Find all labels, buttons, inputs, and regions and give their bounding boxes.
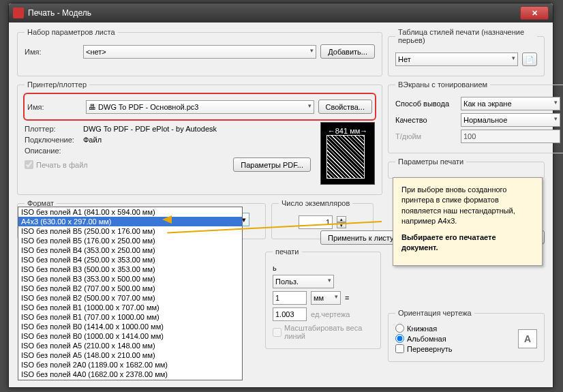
printer-group: Принтер/плоттер Имя: 🖶 DWG To PDF - Осно… [17,80,382,195]
format-option[interactable]: ISO без полей B4 (353.00 x 250.00 мм) [18,245,242,255]
dpi-input [461,130,560,143]
format-option[interactable]: ISO без полей A1 (841.00 x 594.00 мм) [18,207,242,217]
plot-area-group: печати ь Польз. мм= ед.чертежа Масштабир… [265,247,381,349]
desc-label: Описание: [25,147,79,155]
format-dropdown-list[interactable]: ISO без полей A1 (841.00 x 594.00 мм) A4… [18,207,243,380]
orientation-icon: A [518,329,537,348]
scale-num-input[interactable] [273,291,307,305]
plotter-label: Плоттер: [25,125,79,133]
plotter-value: DWG To PDF - PDF ePlot - by Autodesk [83,125,217,133]
shaded-legend: ВЭкраны с тонированием [395,80,490,89]
print-params-group: Параметры печати [388,157,545,179]
plot-style-edit-button[interactable]: 📄 [522,52,537,66]
plot-to-file-checkbox [25,160,33,169]
upside-checkbox[interactable] [395,344,404,353]
callout-note: При выборе вновь созданного принтера в с… [393,177,543,266]
printer-name-label: Имя: [27,103,82,111]
scale-preset-select[interactable]: Польз. [273,275,334,288]
printer-legend: Принтер/плоттер [25,80,89,89]
format-option[interactable]: ISO без полей B2 (500.00 x 707.00 мм) [18,293,242,303]
copies-legend: Число экземпляров [279,199,352,207]
print-params-legend: Параметры печати [395,157,466,166]
apply-to-layout-button[interactable]: Применить к листу [320,230,401,245]
plot-style-group: Таблица стилей печати (назначение перьев… [388,28,545,76]
titlebar: Печать - Модель ✕ [9,3,553,22]
window-title: Печать - Модель [28,8,520,18]
copies-input[interactable] [299,215,333,229]
shade-mode-select[interactable]: Как на экране [461,97,560,110]
dpi-label: Т/дюйм [395,132,457,140]
format-option[interactable]: ISO без полей B1 (1000.00 x 707.00 мм) [18,303,242,312]
pdf-params-button[interactable]: Параметры PDF... [233,157,311,172]
quality-select[interactable]: Нормальное [461,113,560,127]
portrait-radio[interactable] [395,324,404,333]
add-page-setup-button[interactable]: Добавить... [320,44,375,59]
printer-highlight: Имя: 🖶 DWG To PDF - Основной.pc3 Свойств… [23,93,376,121]
landscape-radio[interactable] [395,334,404,343]
format-option[interactable]: ISO без полей 2A0 (1189.00 x 1682.00 мм) [18,360,242,370]
quality-label: Качество [395,116,457,124]
shade-mode-label: Способ вывода [395,100,457,108]
page-setup-name-label: Имя: [25,48,79,56]
close-button[interactable]: ✕ [520,6,549,20]
page-setup-group: Набор параметров листа Имя: <нет> Добави… [17,28,382,76]
format-option-highlighted[interactable]: A4x3 (630.00 x 297.00 мм) [18,217,242,226]
port-label: Подключение: [25,136,79,144]
format-option[interactable]: ISO без полей A4 (297.00 x 210.00 мм) [18,379,242,380]
orientation-group: Ориентация чертежа Книжная Альбомная Пер… [388,309,545,362]
format-option[interactable]: ISO без полей B0 (1000.00 x 1414.00 мм) [18,331,242,341]
page-setup-name-select[interactable]: <нет> [83,45,316,59]
shaded-viewport-group: ВЭкраны с тонированием Способ выводаКак … [388,80,563,153]
scale-unit-select[interactable]: мм [311,291,341,305]
printer-name-select[interactable]: 🖶 DWG To PDF - Основной.pc3 [86,100,314,114]
orientation-legend: Ориентация чертежа [395,309,474,317]
port-value: Файл [83,136,102,144]
format-option[interactable]: ISO без полей B2 (707.00 x 500.00 мм) [18,284,242,293]
plot-to-file-label: Печать в файл [36,161,88,169]
format-option[interactable]: ISO без полей B3 (500.00 x 353.00 мм) [18,265,242,274]
format-option[interactable]: ISO без полей B4 (250.00 x 353.00 мм) [18,255,242,265]
app-icon [13,7,24,18]
format-option[interactable]: ISO без полей A5 (148.00 x 210.00 мм) [18,350,242,360]
format-option[interactable]: ISO без полей 4A0 (1682.00 x 2378.00 мм) [18,370,242,379]
format-option[interactable]: ISO без полей B5 (176.00 x 250.00 мм) [18,236,242,245]
format-option[interactable]: ISO без полей A5 (210.00 x 148.00 мм) [18,341,242,350]
page-setup-legend: Набор параметров листа [25,28,118,36]
format-option[interactable]: ISO без полей B1 (707.00 x 1000.00 мм) [18,312,242,322]
scale-weights-checkbox [273,328,282,337]
plot-style-legend: Таблица стилей печати (назначение перьев… [395,28,537,44]
format-option[interactable]: ISO без полей B0 (1414.00 x 1000.00 мм) [18,322,242,331]
printer-properties-button[interactable]: Свойства... [318,100,372,114]
paper-preview: ←841 мм→ 594 мм [320,122,375,185]
scale-den-input[interactable] [273,307,307,321]
format-option[interactable]: ISO без полей B3 (353.00 x 500.00 мм) [18,274,242,284]
callout-arrowhead [162,215,172,224]
plot-style-select[interactable]: Нет [395,52,518,66]
